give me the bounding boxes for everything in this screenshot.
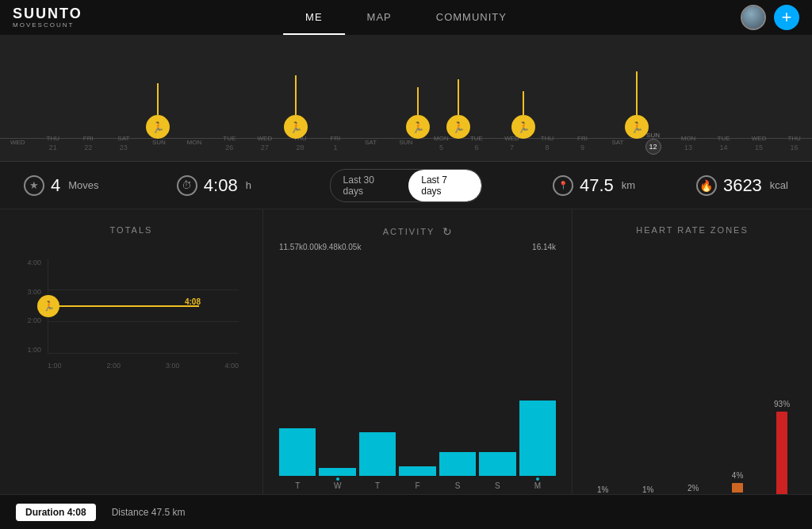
x-label-2: 2:00 [106, 362, 121, 370]
act-bar: T [359, 432, 396, 476]
logo: SUUNTO MOVESCOUNT [13, 6, 82, 29]
tab-community[interactable]: COMMUNITY [414, 0, 529, 35]
period-group: Last 30 days Last 7 days [330, 169, 483, 202]
timeline: WEDTHU21FRI22SAT23SUNMONTUE26WED27THU28F… [0, 35, 812, 162]
header-right: + [741, 5, 799, 30]
distance-value: 47.5 [580, 175, 614, 196]
stat-calories: 🔥 3623 kcal [635, 175, 788, 196]
date-col: WED15 [741, 135, 777, 151]
step-val-2: 9.48k [322, 243, 341, 251]
header: SUUNTO MOVESCOUNT ME MAP COMMUNITY + [0, 0, 812, 35]
moves-label: Moves [68, 179, 98, 191]
hr-bar [732, 483, 743, 493]
activity-bar-col: T [359, 432, 396, 476]
hr-bar [776, 412, 787, 500]
step-val-1: 0.00k [303, 243, 322, 251]
date-col: SUN [141, 139, 177, 148]
hr-bar-col: 93% Maximal [768, 243, 796, 513]
main-content: TOTALS 4:00 3:00 2:00 1:00 🏃 [0, 209, 812, 529]
activity-panel: ACTIVITY ↻ 11.57k 0.00k 9.48k 0.05k 16.1… [263, 209, 573, 529]
date-col: SAT [600, 139, 636, 148]
x-label-4: 4:00 [224, 362, 239, 370]
totals-bar-value: 4:08 [185, 297, 201, 306]
nav-tabs: ME MAP COMMUNITY [283, 0, 529, 35]
activity-bar-col: T [279, 428, 316, 476]
act-bar: M [519, 401, 556, 476]
period-7days[interactable]: Last 7 days [408, 170, 481, 201]
activity-pin[interactable]: 🏃 [284, 75, 308, 139]
date-col: MON13 [671, 135, 707, 151]
logo-suunto: SUUNTO [13, 6, 82, 21]
activity-header: ACTIVITY ↻ [279, 225, 556, 238]
activity-title: ACTIVITY [383, 227, 435, 236]
hr-bar-col: 4% Very hard [723, 243, 752, 513]
calories-icon: 🔥 [696, 175, 717, 196]
hr-title: HEART RATE ZONES [588, 225, 796, 235]
y-label-4: 4:00 [16, 259, 41, 266]
act-bar-day: S [455, 481, 461, 490]
totals-title: TOTALS [16, 225, 247, 235]
hr-pct-label: 1% [597, 485, 608, 494]
act-bar-day: S [495, 481, 500, 490]
totals-grid: 4:00 3:00 2:00 1:00 🏃 4:08 [16, 251, 247, 529]
date-col: SAT [353, 139, 389, 148]
date-col: SAT23 [106, 135, 142, 151]
period-30days[interactable]: Last 30 days [331, 170, 409, 201]
date-col: TUE26 [212, 135, 247, 151]
activity-bar-col: S [479, 452, 515, 476]
activity-bars-container: T W T F S S M [279, 255, 556, 492]
y-label-1: 1:00 [16, 346, 41, 354]
date-col: MON [177, 139, 213, 148]
activity-pin[interactable]: 🏃 [625, 71, 649, 139]
distance-plain: Distance 47.5 km [112, 507, 186, 518]
step-val-6: 16.14k [532, 243, 556, 251]
add-button[interactable]: + [774, 5, 799, 30]
activity-bar-col: W [319, 468, 355, 476]
hr-panel: HEART RATE ZONES 1% Easy 1% Moderate 2% … [573, 209, 812, 529]
activity-pin[interactable]: 🏃 [146, 83, 170, 139]
date-col: TUE14 [706, 135, 741, 151]
stats-bar: ★ 4 Moves ⏱ 4:08 h Last 30 days Last 7 d… [0, 162, 812, 209]
bottom-bar: Duration 4:08 Distance 47.5 km [0, 494, 812, 529]
hr-bar-col: 2% Hard [679, 243, 707, 513]
step-values: 11.57k 0.00k 9.48k 0.05k 16.14k [279, 243, 556, 251]
act-bar: W [319, 468, 355, 476]
totals-chart-area: 🏃 4:08 [48, 259, 239, 354]
date-col: THU21 [36, 135, 71, 151]
activity-bar-col: M [519, 401, 556, 476]
refresh-icon[interactable]: ↻ [442, 225, 452, 238]
step-val-3: 0.05k [342, 243, 361, 251]
avatar[interactable] [741, 5, 766, 30]
activity-bar-col: F [399, 466, 435, 476]
date-col: WED27 [247, 135, 283, 151]
tab-me[interactable]: ME [283, 0, 345, 35]
stat-moves: ★ 4 Moves [24, 175, 177, 196]
act-bar: S [479, 452, 515, 476]
stat-duration: ⏱ 4:08 h [177, 175, 330, 196]
moves-value: 4 [51, 175, 60, 196]
activity-pin[interactable]: 🏃 [511, 91, 535, 139]
duration-pill: Duration 4:08 [16, 504, 96, 521]
totals-panel: TOTALS 4:00 3:00 2:00 1:00 🏃 [0, 209, 263, 529]
stat-distance: 📍 47.5 km [482, 175, 635, 196]
act-bar: T [279, 428, 316, 476]
x-label-3: 3:00 [166, 362, 180, 370]
activity-pin[interactable]: 🏃 [446, 79, 470, 139]
moves-icon: ★ [24, 175, 44, 196]
period-toggle: Last 30 days Last 7 days [330, 169, 483, 202]
act-bar-day: T [295, 481, 300, 490]
hr-pct-label: 4% [732, 471, 743, 480]
act-bar: F [399, 466, 435, 476]
duration-unit: h [246, 179, 251, 191]
act-bar-day: M [534, 481, 541, 490]
activity-pin[interactable]: 🏃 [406, 87, 430, 139]
tab-map[interactable]: MAP [345, 0, 414, 35]
act-bar-day: T [375, 481, 380, 490]
hr-pct-label: 2% [688, 484, 699, 493]
date-col: FRI9 [565, 135, 600, 151]
hr-pct-label: 93% [774, 400, 790, 408]
act-bar-day: W [334, 481, 341, 490]
date-col: WED [0, 139, 36, 148]
date-col: THU16 [776, 135, 812, 151]
distance-unit: km [622, 179, 635, 191]
